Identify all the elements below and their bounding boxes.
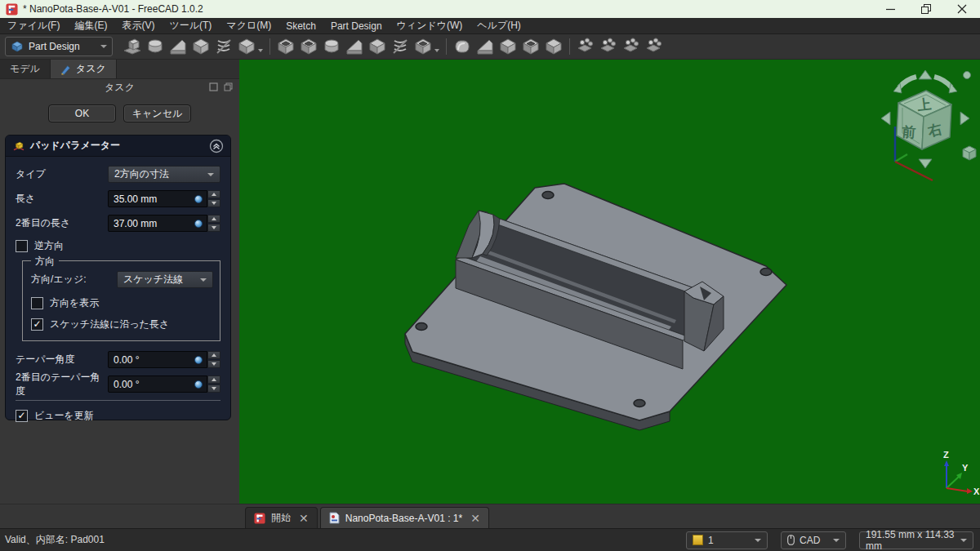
menu-file[interactable]: ファイル(F) <box>0 17 67 34</box>
fillet-icon[interactable] <box>452 37 472 56</box>
second-taper-input[interactable]: 0.00 ° <box>108 375 207 393</box>
cancel-button[interactable]: キャンセル <box>123 104 191 122</box>
layer-selector[interactable]: 1 <box>686 531 768 549</box>
axis-indicator: Z Y X <box>915 450 980 500</box>
close-button[interactable] <box>944 0 980 18</box>
length-spin-up-button[interactable] <box>207 190 220 198</box>
navigation-style-selector[interactable]: CAD <box>781 531 846 549</box>
thickness-icon[interactable] <box>521 37 541 56</box>
freecad-window: * NanoPota-Base-A-V01 - FreeCAD 1.0.2 ファ… <box>0 0 980 551</box>
type-dropdown[interactable]: 2方向の寸法 <box>108 166 220 183</box>
part-design-workbench-icon <box>11 40 24 53</box>
expression-editor-icon[interactable] <box>194 380 203 389</box>
direction-edge-dropdown[interactable]: スケッチ法線 <box>117 271 213 288</box>
tab-document[interactable]: NanoPota-Base-A-V01 : 1* ✕ <box>320 507 489 528</box>
reversed-checkbox[interactable] <box>16 240 28 252</box>
taper-spin-down-button[interactable] <box>207 360 220 368</box>
pad-parameters-panel: パッドパラメーター タイプ 2方向の寸法 <box>5 135 231 420</box>
polar-pattern-icon[interactable] <box>621 37 641 56</box>
multi-transform-icon[interactable] <box>644 37 664 56</box>
menu-edit[interactable]: 編集(E) <box>67 17 114 34</box>
second-length-spin-up-button[interactable] <box>207 215 220 223</box>
pad-icon[interactable] <box>122 37 142 56</box>
minimize-button[interactable] <box>872 0 908 18</box>
nav-circle-icon[interactable] <box>964 72 971 79</box>
menu-help[interactable]: ヘルプ(H) <box>470 17 528 34</box>
expression-editor-icon[interactable] <box>194 220 203 228</box>
3d-viewport[interactable]: 上 前 右 Z <box>239 60 980 504</box>
additive-pipe-icon[interactable] <box>191 37 211 56</box>
additive-primitive-dropdown-arrow-icon[interactable] <box>258 49 263 52</box>
navigation-cube[interactable]: 上 前 右 <box>879 68 980 186</box>
expression-editor-icon[interactable] <box>194 195 203 203</box>
tab-start-page[interactable]: 開始 ✕ <box>245 507 318 528</box>
subtractive-primitive-icon[interactable] <box>413 37 433 56</box>
restore-button[interactable] <box>908 0 944 18</box>
second-length-input[interactable]: 37.00 mm <box>108 215 207 232</box>
subtractive-pipe-icon[interactable] <box>368 37 387 56</box>
float-panel-icon[interactable] <box>209 82 218 91</box>
subtractive-primitive-dropdown-arrow-icon[interactable] <box>434 49 439 52</box>
rotate-ccw-arrow-icon[interactable] <box>899 77 916 87</box>
direction-group-label: 方向 <box>31 255 59 269</box>
expression-editor-icon[interactable] <box>194 356 203 364</box>
groove-icon[interactable] <box>322 37 341 56</box>
nav-down-arrow-icon[interactable] <box>919 159 932 168</box>
model-hole[interactable] <box>760 269 772 276</box>
length-input[interactable]: 35.00 mm <box>108 190 207 207</box>
spin-up-icon <box>212 217 216 220</box>
popout-panel-icon[interactable] <box>224 82 233 91</box>
tab-close-icon[interactable]: ✕ <box>470 513 480 524</box>
workbench-selector[interactable]: Part Design <box>5 37 113 56</box>
second-taper-spin-up-button[interactable] <box>207 375 220 384</box>
menu-windows[interactable]: ウィンドウ(W) <box>390 17 470 34</box>
nav-right-arrow-icon[interactable] <box>960 112 969 125</box>
show-direction-checkbox[interactable] <box>31 297 43 309</box>
boolean-operation-icon[interactable] <box>544 37 564 56</box>
tab-tasks[interactable]: タスク <box>51 60 117 78</box>
taper-spin-up-button[interactable] <box>207 351 220 359</box>
update-view-checkbox[interactable] <box>16 410 28 422</box>
chamfer-icon[interactable] <box>475 37 495 56</box>
subtractive-helix-icon[interactable] <box>390 37 410 56</box>
draft-icon[interactable] <box>498 37 518 56</box>
spin-up-icon <box>212 193 216 196</box>
second-taper-spin-down-button[interactable] <box>207 384 220 393</box>
additive-primitive-icon[interactable] <box>237 37 256 56</box>
nav-mini-cube-icon[interactable] <box>963 146 976 160</box>
additive-helix-icon[interactable] <box>214 37 234 56</box>
model-hole[interactable] <box>542 192 554 199</box>
model-hole[interactable] <box>634 400 645 407</box>
collapse-section-icon[interactable] <box>209 139 224 153</box>
model-hole[interactable] <box>416 323 427 331</box>
tab-model[interactable]: モデル <box>0 60 51 78</box>
menu-view[interactable]: 表示(V) <box>114 17 162 34</box>
menu-part-design[interactable]: Part Design <box>323 19 390 33</box>
tab-close-icon[interactable]: ✕ <box>299 513 309 524</box>
rotate-cw-arrow-icon[interactable] <box>934 77 951 87</box>
close-icon <box>957 4 967 14</box>
revolution-icon[interactable] <box>145 37 165 56</box>
taper-input[interactable]: 0.00 ° <box>108 351 207 368</box>
dimension-display[interactable]: 191.55 mm x 114.33 mm <box>859 531 973 549</box>
linear-pattern-icon[interactable] <box>599 37 618 56</box>
pocket-icon[interactable] <box>276 37 296 56</box>
hole-icon[interactable] <box>299 37 318 56</box>
additive-loft-icon[interactable] <box>168 37 188 56</box>
second-length-spin-down-button[interactable] <box>207 224 220 232</box>
mirrored-icon[interactable] <box>576 37 595 56</box>
tab-document-label: NanoPota-Base-A-V01 : 1* <box>345 513 462 524</box>
nav-up-arrow-icon[interactable] <box>919 70 932 79</box>
status-bar: Valid、内部名: Pad001 1 CAD 191.55 mm x 114.… <box>0 528 980 551</box>
3d-model[interactable] <box>239 60 980 504</box>
pad-parameters-header[interactable]: パッドパラメーター <box>6 136 230 157</box>
menu-sketch[interactable]: Sketch <box>278 19 323 33</box>
menu-tools[interactable]: ツール(T) <box>162 17 219 34</box>
subtractive-loft-icon[interactable] <box>345 37 364 56</box>
length-spin-down-button[interactable] <box>207 199 220 207</box>
length-along-normal-checkbox[interactable] <box>31 318 43 331</box>
menu-macro[interactable]: マクロ(M) <box>219 17 278 34</box>
nav-left-arrow-icon[interactable] <box>881 112 890 125</box>
ok-button[interactable]: OK <box>48 104 116 122</box>
document-icon <box>329 512 340 524</box>
